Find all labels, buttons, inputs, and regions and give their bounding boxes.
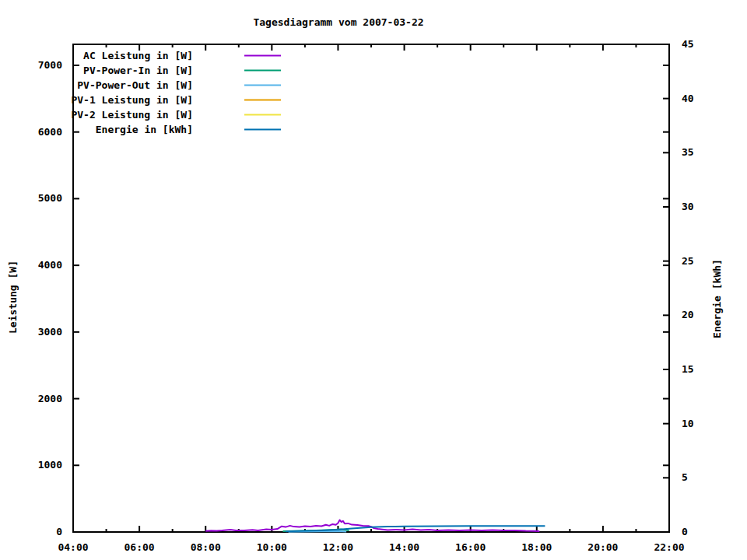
- y-left-tick-label: 0: [56, 526, 62, 537]
- y-right-tick-label: 45: [682, 38, 694, 50]
- y-left-tick-label: 4000: [38, 259, 62, 271]
- legend-label: Energie in [kWh]: [96, 124, 193, 135]
- y-left-tick-label: 2000: [38, 393, 62, 404]
- chart-title: Tagesdiagramm vom 2007-03-22: [253, 16, 423, 28]
- y-left-tick-label: 3000: [38, 326, 62, 338]
- y-right-tick-label: 15: [682, 363, 694, 375]
- y-right-tick-label: 40: [682, 93, 694, 104]
- x-tick-label: 18:00: [521, 541, 552, 553]
- y-axis-right-label: Energie [kWh]: [711, 259, 723, 338]
- y-right-tick-label: 0: [682, 526, 688, 537]
- y-left-tick-label: 6000: [38, 126, 62, 138]
- x-tick-label: 08:00: [191, 541, 221, 553]
- x-tick-label: 04:00: [58, 541, 88, 553]
- y-right-tick-label: 30: [682, 201, 694, 212]
- x-tick-label: 16:00: [455, 541, 486, 553]
- x-tick-label: 14:00: [389, 541, 419, 553]
- y-right-tick-label: 20: [682, 309, 694, 320]
- line-chart-canvas: 04:0006:0008:0010:0012:0014:0016:0018:00…: [0, 0, 747, 560]
- legend-label: PV-1 Leistung in [W]: [71, 94, 193, 106]
- chart-page: Tagesdiagramm vom 2007-03-22 Leistung [W…: [0, 0, 747, 560]
- x-tick-label: 06:00: [124, 541, 155, 553]
- x-tick-label: 10:00: [257, 541, 287, 553]
- y-right-tick-label: 35: [682, 146, 694, 158]
- legend-label: AC Leistung in [W]: [83, 50, 193, 61]
- legend-label: PV-Power-In in [W]: [83, 65, 193, 76]
- legend-label: PV-2 Leistung in [W]: [71, 109, 193, 121]
- x-tick-label: 22:00: [654, 541, 684, 553]
- y-left-tick-label: 5000: [38, 192, 62, 204]
- legend-label: PV-Power-Out in [W]: [77, 79, 193, 91]
- y-left-tick-label: 7000: [38, 59, 62, 71]
- x-tick-label: 20:00: [587, 541, 618, 553]
- y-axis-left-label: Leistung [W]: [7, 261, 19, 334]
- x-tick-label: 12:00: [323, 541, 353, 553]
- y-left-tick-label: 1000: [38, 459, 62, 471]
- y-right-tick-label: 10: [682, 418, 694, 429]
- y-right-tick-label: 25: [682, 255, 694, 267]
- y-right-tick-label: 5: [682, 471, 688, 483]
